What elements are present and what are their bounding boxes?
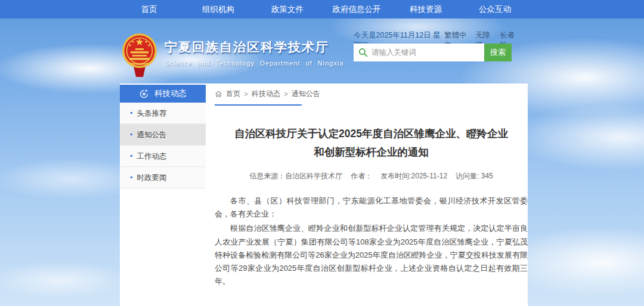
sidebar-header: 科技动态 [120,85,206,103]
site-branding: 宁夏回族自治区科学技术厅 Science and Technology Depa… [165,39,344,67]
nav-item-public-interaction[interactable]: 公众互动 [460,4,530,15]
nav-item-gov-info[interactable]: 政府信息公开 [322,4,391,15]
sidebar-item-notices[interactable]: 通知公告 [120,124,206,146]
search-bar: 搜索 [354,44,512,61]
breadcrumb-separator: > [284,90,288,98]
search-input-wrap [354,44,484,61]
nav-item-home[interactable]: 首页 [114,4,184,15]
breadcrumb-notices[interactable]: 通知公告 [292,89,320,99]
article-title: 自治区科技厅关于认定2025年度自治区雏鹰企业、瞪羚企业和创新型标杆企业的通知 [231,125,512,161]
sidebar-title: 科技动态 [154,88,187,99]
sidebar-item-current-politics[interactable]: 时政要闻 [120,167,206,188]
emblem-icon [120,33,159,78]
main-content: 首页 > 科技动态 > 通知公告 自治区科技厅关于认定2025年度自治区雏鹰企业… [215,84,528,306]
meta-view-count: 访问量: 345 [456,171,493,181]
content-wrapper: 科技动态 头条推荐 通知公告 工作动态 时政要闻 首页 > 科技动态 > 通知公… [120,84,528,306]
breadcrumb-home[interactable]: 首页 [226,89,240,99]
meta-source: 信息来源：自治区科学技术厅 [249,171,342,181]
article-meta: 信息来源：自治区科学技术厅 作者： 发布时间:2025-11-12 访问量: 3… [215,171,528,181]
sidebar: 科技动态 头条推荐 通知公告 工作动态 时政要闻 [120,85,206,188]
article-paragraph: 各市、县（区）科技管理部门，宁东能源化工基地管委会，银川经济技术开发区管委会，各… [215,194,528,221]
site-title: 宁夏回族自治区科学技术厅 [165,39,344,55]
sidebar-item-headlines[interactable]: 头条推荐 [120,103,206,124]
tech-news-star-icon [139,89,149,99]
national-emblem-logo [120,33,159,81]
breadcrumb: 首页 > 科技动态 > 通知公告 [215,84,528,99]
breadcrumb-underline [215,104,302,106]
meta-author: 作者： [351,171,372,181]
search-button[interactable]: 搜索 [484,44,512,61]
nav-item-sci-resources[interactable]: 科技资源 [391,4,460,15]
article-body: 各市、县（区）科技管理部门，宁东能源化工基地管委会，银川经济技术开发区管委会，各… [215,194,528,288]
top-navigation: 首页 组织机构 政策文件 政府信息公开 科技资源 公众互动 [0,0,644,18]
home-icon [215,90,222,98]
site-subtitle: Science and Technology Department of Nin… [165,60,344,67]
sidebar-menu: 头条推荐 通知公告 工作动态 时政要闻 [120,103,206,188]
search-icon [358,48,368,57]
gov-webpage: { "colors": { "nav_blue": "#3b79d8", "se… [0,0,644,306]
sidebar-item-work-news[interactable]: 工作动态 [120,146,206,167]
article-paragraph: 根据自治区雏鹰企业、瞪羚企业和创新型标杆企业认定管理有关规定，决定认定半亩良人农… [215,222,528,288]
breadcrumb-separator: > [244,90,248,98]
nav-item-organization[interactable]: 组织机构 [184,4,253,15]
nav-item-policy[interactable]: 政策文件 [253,4,322,15]
search-input[interactable] [354,44,484,61]
breadcrumb-tech-news[interactable]: 科技动态 [252,89,280,99]
meta-publish-time: 发布时间:2025-11-12 [380,171,447,181]
